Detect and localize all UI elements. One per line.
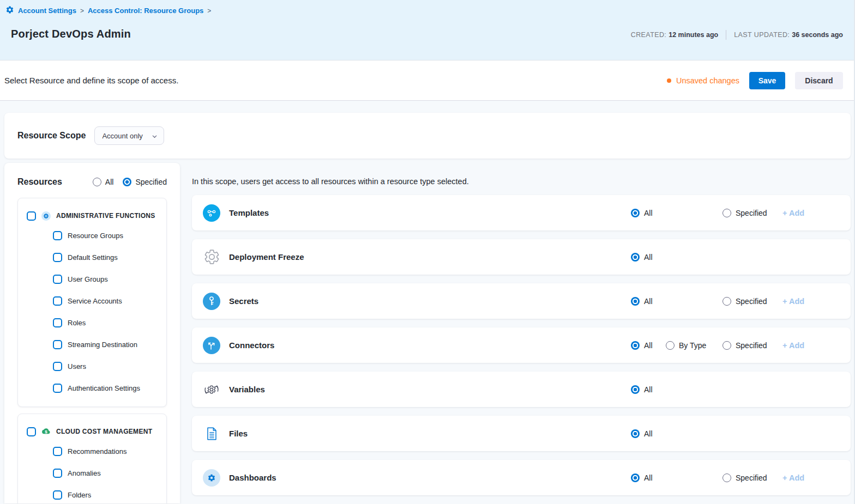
item-label: Anomalies	[68, 469, 101, 477]
resource-row-name: Dashboards	[229, 473, 276, 482]
add-button-secrets[interactable]: + Add	[782, 297, 804, 306]
resource-row-name: Secrets	[229, 296, 258, 306]
item-checkbox[interactable]	[53, 469, 62, 478]
resource-item-user-groups: User Groups	[53, 268, 159, 290]
resource-item-resource-groups: Resource Groups	[53, 224, 159, 246]
radio-icon[interactable]	[722, 297, 731, 306]
option-by-type-connectors[interactable]: By Type	[666, 341, 706, 350]
radio-icon[interactable]	[123, 178, 131, 186]
option-specified-dashboards[interactable]: Specified	[722, 473, 767, 482]
scope-note: In this scope, users get access to all r…	[192, 177, 851, 186]
radio-icon[interactable]	[666, 341, 675, 350]
add-button-templates[interactable]: + Add	[782, 209, 804, 217]
item-label: Authentication Settings	[68, 384, 140, 392]
page-header: Account Settings > Access Control: Resou…	[0, 0, 855, 60]
page-title: Porject DevOps Admin	[11, 28, 131, 40]
radio-icon[interactable]	[722, 209, 731, 217]
item-label: Roles	[68, 319, 86, 327]
group-label: ADMINISTRATIVE FUNCTIONS	[56, 212, 155, 220]
admin-functions-icon	[41, 211, 51, 221]
resource-row-dashboards: Dashboards AllSpecified+ Add	[192, 460, 851, 495]
item-checkbox[interactable]	[53, 275, 62, 284]
radio-icon[interactable]	[631, 209, 640, 217]
radio-icon[interactable]	[631, 473, 640, 482]
radio-icon[interactable]	[93, 178, 101, 186]
item-label: Resource Groups	[68, 232, 123, 240]
radio-icon[interactable]	[631, 253, 640, 262]
resource-row-name: Templates	[229, 208, 269, 217]
radio-icon[interactable]	[722, 341, 731, 350]
resource-item-authentication-settings: Authentication Settings	[53, 377, 159, 399]
item-checkbox[interactable]	[53, 447, 62, 456]
breadcrumb-link-access-control[interactable]: Access Control: Resource Groups	[88, 7, 203, 15]
resource-item-default-settings: Default Settings	[53, 246, 159, 268]
item-checkbox[interactable]	[53, 296, 62, 306]
item-checkbox[interactable]	[53, 253, 62, 262]
resource-item-recommendations: Recommendations	[53, 440, 159, 462]
resource-item-roles: Roles	[53, 312, 159, 333]
svg-text:$: $	[45, 429, 47, 434]
secrets-icon	[203, 293, 220, 310]
unsaved-dot-icon	[667, 78, 671, 83]
breadcrumb-separator: >	[80, 7, 84, 15]
group-checkbox[interactable]	[27, 427, 36, 436]
item-label: User Groups	[68, 275, 108, 283]
resource-row-connectors: Connectors AllBy TypeSpecified+ Add	[192, 327, 851, 363]
save-button[interactable]: Save	[749, 72, 785, 89]
resource-row-name: Files	[229, 429, 248, 438]
scope-main-panel: In this scope, users get access to all r…	[180, 163, 851, 503]
resource-scope-card: Resource Scope Account only	[4, 113, 851, 159]
resource-row-files: Files All	[192, 416, 851, 451]
variables-icon	[203, 381, 220, 398]
option-specified-templates[interactable]: Specified	[722, 209, 767, 217]
item-checkbox[interactable]	[53, 340, 62, 349]
action-toolbar: Select Resource and define its scope of …	[0, 60, 855, 101]
add-button-dashboards[interactable]: + Add	[782, 473, 804, 482]
resource-row-name: Variables	[229, 385, 265, 394]
created-value: 12 minutes ago	[669, 31, 718, 39]
item-label: Service Accounts	[68, 297, 122, 305]
breadcrumb-link-account-settings[interactable]: Account Settings	[18, 7, 76, 15]
resources-radio-specified[interactable]: Specified	[123, 178, 167, 186]
radio-icon[interactable]	[631, 385, 640, 394]
radio-icon[interactable]	[631, 297, 640, 306]
meta-divider	[726, 30, 726, 40]
option-specified-secrets[interactable]: Specified	[722, 297, 767, 306]
resource-item-anomalies: Anomalies	[53, 462, 159, 484]
group-checkbox[interactable]	[27, 211, 36, 221]
radio-icon[interactable]	[722, 473, 731, 482]
resources-radio-all[interactable]: All	[93, 178, 114, 186]
resource-row-name: Deployment Freeze	[229, 252, 304, 262]
resource-scope-dropdown[interactable]: Account only	[94, 126, 164, 145]
radio-icon[interactable]	[631, 429, 640, 438]
option-all-files[interactable]: All	[631, 429, 653, 438]
option-all-dashboards[interactable]: All	[631, 473, 653, 482]
item-checkbox[interactable]	[53, 384, 62, 393]
item-checkbox[interactable]	[53, 231, 62, 240]
last-updated-value: 36 seconds ago	[792, 31, 843, 39]
item-checkbox[interactable]	[53, 362, 62, 371]
radio-icon[interactable]	[631, 341, 640, 350]
breadcrumb: Account Settings > Access Control: Resou…	[5, 5, 843, 16]
resource-item-folders: Folders	[53, 484, 159, 503]
chevron-down-icon	[152, 133, 157, 138]
option-all-connectors[interactable]: All	[631, 341, 653, 350]
connectors-icon	[203, 337, 220, 354]
option-specified-connectors[interactable]: Specified	[722, 341, 767, 350]
resource-item-service-accounts: Service Accounts	[53, 290, 159, 312]
option-all-variables[interactable]: All	[631, 385, 653, 394]
option-all-deployment-freeze[interactable]: All	[631, 253, 653, 262]
cloud-cost-icon: $	[41, 427, 51, 436]
resources-title: Resources	[17, 177, 62, 187]
resource-item-users: Users	[53, 355, 159, 377]
option-all-secrets[interactable]: All	[631, 297, 653, 306]
breadcrumb-separator: >	[207, 7, 211, 15]
item-checkbox[interactable]	[53, 318, 62, 327]
item-checkbox[interactable]	[53, 490, 62, 500]
discard-button[interactable]: Discard	[795, 72, 843, 89]
add-button-connectors[interactable]: + Add	[782, 341, 804, 350]
resource-row-templates: Templates AllSpecified+ Add	[192, 195, 851, 230]
option-all-templates[interactable]: All	[631, 209, 653, 217]
resource-group-cloud-cost-management: $ CLOUD COST MANAGEMENT Recommendations …	[17, 414, 167, 503]
resources-sidebar: Resources All Specified ADMINISTRATIVE F…	[4, 163, 180, 503]
